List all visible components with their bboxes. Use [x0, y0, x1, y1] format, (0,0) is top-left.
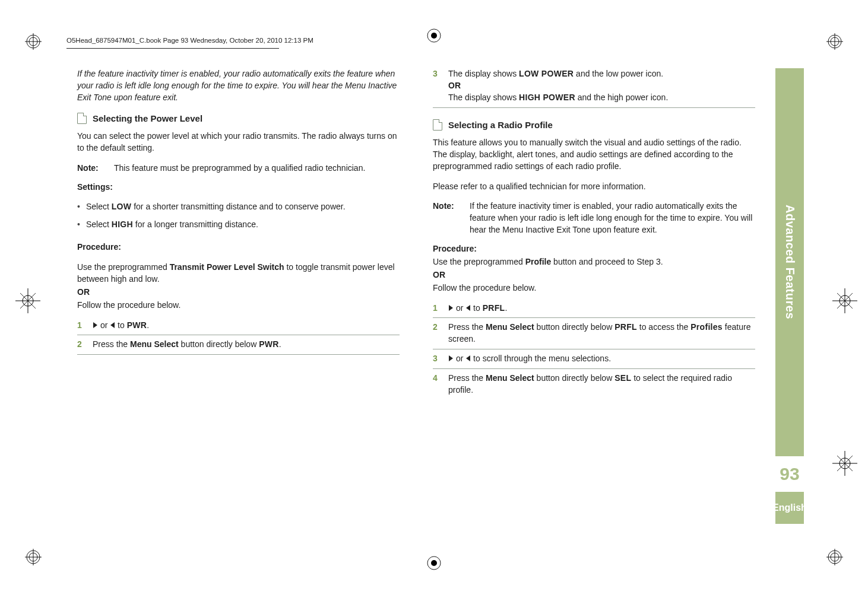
- step-number: 1: [77, 320, 85, 332]
- spine-mark-icon: [427, 556, 441, 570]
- step-2: 2 Press the Menu Select button directly …: [433, 322, 755, 349]
- settings-heading: Settings:: [77, 182, 400, 193]
- page-number: 93: [775, 456, 804, 492]
- procedure-follow: Follow the procedure below.: [77, 300, 400, 311]
- document-icon: [433, 119, 442, 131]
- side-tab: Advanced Features 93 English: [775, 68, 804, 524]
- step-number: 4: [433, 373, 441, 396]
- procedure-intro: Use the preprogrammed Profile button and…: [433, 256, 755, 268]
- section-title: Advanced Features: [783, 205, 797, 319]
- registration-mark-icon: [25, 549, 42, 565]
- right-column: 3 The display shows LOW POWER and the lo…: [433, 68, 755, 524]
- note-label: Note:: [433, 201, 464, 236]
- arrow-right-icon: [448, 303, 454, 313]
- power-steps-cont: 3 The display shows LOW POWER and the lo…: [433, 68, 755, 108]
- header-text: O5Head_6875947M01_C.book Page 93 Wednesd…: [66, 37, 313, 44]
- lcd-text: PWR: [259, 339, 279, 349]
- lcd-text: LOW: [112, 202, 132, 211]
- step-1: 1 or to PRFL.: [433, 303, 755, 319]
- registration-mark-icon: [826, 549, 843, 565]
- lcd-text: LOW POWER: [519, 69, 574, 78]
- step-4: 4 Press the Menu Select button directly …: [433, 373, 755, 400]
- registration-mark-icon: [826, 33, 843, 50]
- lcd-text: PRFL: [614, 322, 637, 332]
- step-number: 3: [433, 353, 441, 365]
- arrow-right-icon: [448, 354, 454, 363]
- page-body: If the feature inactivity timer is enabl…: [77, 68, 755, 524]
- lcd-text: PRFL: [483, 303, 505, 313]
- left-column: If the feature inactivity timer is enabl…: [77, 68, 400, 524]
- profile-intro-2: Please refer to a qualified technician f…: [433, 181, 755, 193]
- profile-intro-1: This feature allows you to manually swit…: [433, 137, 755, 173]
- lcd-text: HIGH: [112, 220, 133, 229]
- procedure-intro: Use the preprogrammed Transmit Power Lev…: [77, 262, 400, 285]
- profile-steps: 1 or to PRFL. 2 Press the Menu Select bu…: [433, 303, 755, 400]
- step-3: 3 or to scroll through the menu selectio…: [433, 353, 755, 369]
- svg-point-19: [431, 560, 437, 566]
- crosshair-mark-icon: [832, 451, 857, 476]
- or-label: OR: [77, 287, 400, 298]
- step-number: 2: [77, 339, 85, 351]
- step-1: 1 or to PWR.: [77, 320, 400, 336]
- inactivity-note: If the feature inactivity timer is enabl…: [77, 68, 400, 104]
- heading-radio-profile: Selecting a Radio Profile: [433, 119, 755, 131]
- lcd-text: HIGH POWER: [519, 93, 575, 102]
- note-text: This feature must be preprogrammed by a …: [114, 163, 400, 174]
- power-intro: You can select the power level at which …: [77, 131, 400, 154]
- step-number: 3: [433, 68, 441, 104]
- running-header: O5Head_6875947M01_C.book Page 93 Wednesd…: [66, 37, 802, 45]
- registration-mark-icon: [25, 33, 42, 50]
- lcd-text: PWR: [127, 320, 147, 330]
- power-steps: 1 or to PWR. 2 Press the Menu Select but…: [77, 320, 400, 355]
- note-text: If the feature inactivity timer is enabl…: [470, 201, 755, 236]
- procedure-heading: Procedure:: [433, 243, 755, 255]
- heading-power-level: Selecting the Power Level: [77, 112, 400, 125]
- lcd-text: Profiles: [690, 322, 723, 332]
- or-label: OR: [448, 81, 461, 90]
- crosshair-mark-icon: [832, 288, 857, 313]
- or-label: OR: [433, 269, 755, 281]
- step-number: 2: [433, 322, 441, 345]
- procedure-heading: Procedure:: [77, 241, 400, 253]
- heading-text: Selecting a Radio Profile: [448, 119, 553, 131]
- arrow-left-icon: [465, 354, 471, 363]
- lcd-text: SEL: [614, 373, 631, 383]
- document-icon: [77, 113, 87, 124]
- arrow-left-icon: [110, 320, 115, 330]
- note-block: Note: This feature must be preprogrammed…: [77, 163, 400, 174]
- step-2: 2 Press the Menu Select button directly …: [77, 339, 400, 355]
- arrow-left-icon: [465, 303, 471, 313]
- section-tab: Advanced Features: [775, 68, 804, 456]
- procedure-follow: Follow the procedure below.: [433, 282, 755, 294]
- setting-low: Select LOW for a shorter transmitting di…: [77, 201, 400, 213]
- note-block: Note: If the feature inactivity timer is…: [433, 201, 755, 236]
- arrow-right-icon: [93, 320, 98, 330]
- language-tab: English: [775, 492, 804, 524]
- crosshair-mark-icon: [15, 288, 40, 313]
- step-3: 3 The display shows LOW POWER and the lo…: [433, 68, 755, 108]
- heading-text: Selecting the Power Level: [93, 112, 202, 125]
- step-number: 1: [433, 303, 441, 314]
- settings-list: Select LOW for a shorter transmitting di…: [77, 201, 400, 231]
- note-label: Note:: [77, 163, 108, 174]
- setting-high: Select HIGH for a longer transmitting di…: [77, 219, 400, 231]
